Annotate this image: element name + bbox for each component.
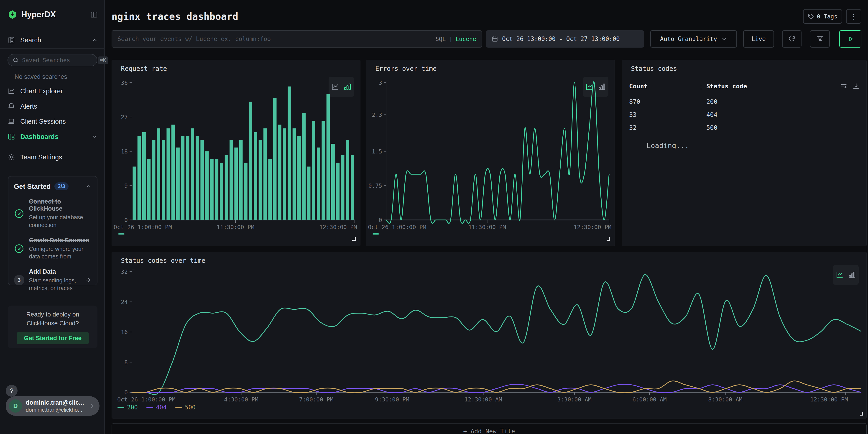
resize-handle[interactable] — [607, 237, 610, 241]
sidebar-item-team-settings[interactable]: Team Settings — [7, 151, 98, 163]
get-started-free-button[interactable]: Get Started for Free — [17, 332, 89, 344]
svg-text:4:30:00 PM: 4:30:00 PM — [224, 396, 258, 402]
table-row[interactable]: 33 404 — [629, 111, 839, 118]
table-row[interactable]: 870 200 — [629, 98, 839, 105]
clickhouse-cloud-card: Ready to deploy on ClickHouse Cloud? Get… — [8, 306, 97, 348]
svg-text:1.5: 1.5 — [372, 148, 382, 155]
cell-status: 200 — [701, 98, 717, 105]
cloud-card-line1: Ready to deploy on — [26, 311, 79, 318]
svg-text:24: 24 — [121, 299, 128, 305]
avatar: D — [9, 399, 22, 412]
sidebar-item-alerts[interactable]: Alerts — [7, 100, 98, 113]
overflow-menu-button[interactable]: ⋮ — [846, 9, 861, 24]
run-query-button[interactable] — [839, 30, 861, 48]
no-saved-searches-text: No saved searches — [14, 73, 67, 81]
sidebar-item-dashboards[interactable]: Dashboards — [7, 130, 98, 143]
sidebar-item-label: Team Settings — [20, 153, 98, 161]
chevron-up-icon[interactable] — [85, 183, 92, 190]
step-desc: Set up your database connection — [29, 214, 92, 229]
cell-count: 870 — [629, 98, 701, 105]
status-codes-over-time-chart: 32241680Oct 26 1:00:00 PM4:30:00 PM7:00:… — [112, 269, 866, 402]
cell-status: 500 — [701, 124, 717, 131]
lucene-toggle[interactable]: Lucene — [456, 36, 476, 42]
svg-text:36: 36 — [121, 80, 128, 86]
add-new-tile-button[interactable]: + Add New Tile — [112, 423, 867, 434]
step-desc: Configure where your data comes from — [29, 245, 92, 261]
sidebar-item-search[interactable]: Search — [7, 34, 98, 46]
svg-text:2.3: 2.3 — [372, 112, 382, 118]
resize-handle[interactable] — [860, 412, 863, 415]
legend-dash — [147, 407, 153, 408]
event-search-input[interactable] — [118, 35, 431, 42]
tile-status-codes: Status codes Count Status code 870 200 3… — [622, 60, 867, 246]
download-icon[interactable] — [852, 82, 860, 90]
column-header-count[interactable]: Count — [629, 83, 701, 90]
svg-text:12:30:00 PM: 12:30:00 PM — [810, 396, 848, 402]
svg-text:6:00:00 AM: 6:00:00 AM — [632, 396, 667, 402]
get-started-step[interactable]: Create Data Sources Configure where your… — [14, 237, 92, 261]
sidebar-item-label: Search — [20, 36, 87, 44]
tile-status-codes-over-time: Status codes over time 32241680Oct 26 1:… — [112, 252, 867, 418]
sidebar: HyperDX Search ⌘K No saved searches Char… — [0, 0, 105, 434]
saved-searches-input[interactable] — [22, 57, 94, 64]
check-circle-icon — [14, 243, 24, 254]
tile-request-rate: Request rate 36271890Oct 26 1:00:00 PM11… — [112, 60, 361, 246]
sidebar-item-label: Client Sessions — [20, 118, 98, 125]
get-started-step[interactable]: 3 Add Data Start sending logs, metrics, … — [14, 268, 92, 292]
table-row[interactable]: 32 500 — [629, 124, 839, 131]
page-title: nginx traces dashboard — [112, 11, 238, 22]
granularity-select[interactable]: Auto Granularity — [650, 30, 737, 48]
svg-text:9: 9 — [124, 182, 128, 189]
legend-item-200[interactable]: 200 — [118, 404, 138, 411]
svg-text:0: 0 — [124, 389, 128, 396]
step-desc: Start sending logs, metrics, or traces — [29, 277, 80, 292]
svg-text:11:30:00 PM: 11:30:00 PM — [468, 224, 506, 230]
journal-search-icon — [7, 36, 15, 44]
user-menu[interactable]: D dominic.tran@clic... dominic.tran@clic… — [6, 396, 99, 416]
svg-text:32: 32 — [121, 269, 128, 275]
filter-button[interactable] — [810, 30, 830, 48]
errors-chart: 32.31.50.750Oct 26 1:00:00 PM11:30:00 PM… — [366, 80, 615, 230]
step-number: 3 — [14, 275, 24, 285]
chart-title: Errors over time — [375, 65, 437, 72]
loading-text: Loading... — [646, 142, 689, 150]
resize-handle[interactable] — [352, 237, 356, 241]
legend-dash[interactable] — [373, 234, 379, 235]
saved-searches-input-wrap[interactable]: ⌘K — [7, 54, 97, 66]
legend-item-404[interactable]: 404 — [147, 404, 167, 411]
sidebar-item-label: Dashboards — [20, 133, 87, 141]
date-range-picker[interactable]: Oct 26 13:00:00 - Oct 27 13:00:00 — [486, 30, 644, 48]
granularity-value: Auto Granularity — [660, 35, 717, 42]
svg-text:0: 0 — [379, 217, 382, 223]
bell-icon — [7, 102, 15, 110]
help-button[interactable]: ? — [6, 385, 18, 397]
user-name: dominic.tran@clic... — [26, 399, 85, 406]
get-started-step[interactable]: Connect to ClickHouse Set up your databa… — [14, 198, 92, 229]
column-header-status-code[interactable]: Status code — [701, 83, 839, 90]
funnel-edit-icon — [816, 35, 824, 42]
wrap-lines-icon[interactable] — [840, 82, 848, 90]
sql-toggle[interactable]: SQL — [435, 36, 445, 42]
hyperdx-logo-icon — [7, 10, 17, 19]
legend-dash — [118, 407, 124, 408]
live-button[interactable]: Live — [743, 30, 774, 48]
legend-item-500[interactable]: 500 — [175, 404, 195, 411]
shortcut-badge: ⌘K — [98, 57, 108, 64]
svg-text:8: 8 — [124, 359, 128, 366]
app-title: HyperDX — [21, 10, 86, 19]
sidebar-item-client-sessions[interactable]: Client Sessions — [7, 115, 98, 128]
cloud-card-line2: ClickHouse Cloud? — [27, 320, 79, 327]
collapse-sidebar-icon[interactable] — [90, 11, 98, 19]
legend-dash — [175, 407, 182, 408]
search-icon — [12, 57, 19, 63]
legend-dash[interactable] — [118, 234, 125, 235]
sidebar-item-chart-explorer[interactable]: Chart Explorer — [7, 85, 98, 97]
svg-text:12:30:00 AM: 12:30:00 AM — [465, 396, 502, 402]
step-title: Create Data Sources — [29, 237, 92, 244]
tile-errors-over-time: Errors over time 32.31.50.750Oct 26 1:00… — [366, 60, 615, 246]
svg-text:Oct 26 1:00:00 PM: Oct 26 1:00:00 PM — [114, 224, 172, 230]
chevron-down-icon — [92, 133, 98, 140]
tags-button[interactable]: 0 Tags — [803, 9, 842, 24]
tag-icon — [808, 13, 814, 20]
refresh-button[interactable] — [782, 30, 802, 48]
